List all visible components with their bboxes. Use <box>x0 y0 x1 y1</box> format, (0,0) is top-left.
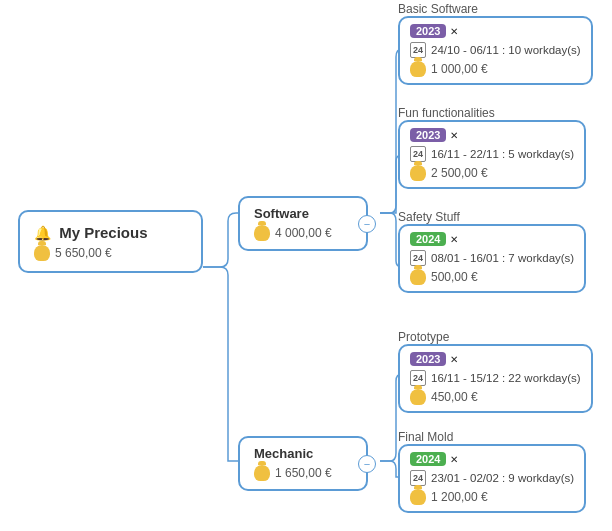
software-collapse-button[interactable]: − <box>358 215 376 233</box>
section-title-basic: Basic Software <box>398 2 478 16</box>
date-row-fun: 24 16/11 - 22/11 : 5 workday(s) <box>410 146 574 162</box>
bag-icon-safety <box>410 269 426 285</box>
leaf-cost-safety: 500,00 € <box>410 269 574 285</box>
date-text-finalmold: 23/01 - 02/02 : 9 workday(s) <box>431 472 574 484</box>
bag-icon <box>34 245 50 261</box>
bag-icon-finalmold <box>410 489 426 505</box>
calendar-icon-finalmold: 24 <box>410 470 426 486</box>
cost-text-safety: 500,00 € <box>431 270 478 284</box>
date-row-finalmold: 24 23/01 - 02/02 : 9 workday(s) <box>410 470 574 486</box>
year-tag-prototype: 2023 <box>410 352 446 366</box>
year-tag-fun: 2023 <box>410 128 446 142</box>
leaf-node-basic: 2023 ✕ 24 24/10 - 06/11 : 10 workday(s) … <box>398 16 593 85</box>
leaf-cost-basic: 1 000,00 € <box>410 61 581 77</box>
software-title: Software <box>254 206 352 221</box>
tag-close-prototype[interactable]: ✕ <box>450 354 458 365</box>
year-tag-finalmold: 2024 <box>410 452 446 466</box>
date-text-prototype: 16/11 - 15/12 : 22 workday(s) <box>431 372 581 384</box>
software-node: Software 4 000,00 € − <box>238 196 368 251</box>
bell-icon: 🔔 <box>34 225 51 241</box>
bag-icon-basic <box>410 61 426 77</box>
cost-text-fun: 2 500,00 € <box>431 166 488 180</box>
leaf-cost-fun: 2 500,00 € <box>410 165 574 181</box>
section-title-fun: Fun functionalities <box>398 106 495 120</box>
date-text-basic: 24/10 - 06/11 : 10 workday(s) <box>431 44 581 56</box>
date-row-safety: 24 08/01 - 16/01 : 7 workday(s) <box>410 250 574 266</box>
leaf-node-prototype: 2023 ✕ 24 16/11 - 15/12 : 22 workday(s) … <box>398 344 593 413</box>
mechanic-node: Mechanic 1 650,00 € − <box>238 436 368 491</box>
tag-row-basic: 2023 ✕ <box>410 24 581 38</box>
root-cost: 5 650,00 € <box>34 245 187 261</box>
cost-text-finalmold: 1 200,00 € <box>431 490 488 504</box>
date-row-prototype: 24 16/11 - 15/12 : 22 workday(s) <box>410 370 581 386</box>
year-tag-basic: 2023 <box>410 24 446 38</box>
date-text-safety: 08/01 - 16/01 : 7 workday(s) <box>431 252 574 264</box>
root-title: 🔔 My Precious <box>34 224 187 241</box>
tag-row-safety: 2024 ✕ <box>410 232 574 246</box>
section-title-finalmold: Final Mold <box>398 430 453 444</box>
software-cost: 4 000,00 € <box>254 225 352 241</box>
year-tag-safety: 2024 <box>410 232 446 246</box>
tag-close-safety[interactable]: ✕ <box>450 234 458 245</box>
bag-icon-mechanic <box>254 465 270 481</box>
mechanic-cost: 1 650,00 € <box>254 465 352 481</box>
cost-text-basic: 1 000,00 € <box>431 62 488 76</box>
leaf-cost-finalmold: 1 200,00 € <box>410 489 574 505</box>
leaf-node-fun: 2023 ✕ 24 16/11 - 22/11 : 5 workday(s) 2… <box>398 120 586 189</box>
bag-icon-prototype <box>410 389 426 405</box>
leaf-node-safety: 2024 ✕ 24 08/01 - 16/01 : 7 workday(s) 5… <box>398 224 586 293</box>
section-title-safety: Safety Stuff <box>398 210 460 224</box>
mechanic-title: Mechanic <box>254 446 352 461</box>
cost-text-prototype: 450,00 € <box>431 390 478 404</box>
leaf-node-finalmold: 2024 ✕ 24 23/01 - 02/02 : 9 workday(s) 1… <box>398 444 586 513</box>
tag-close-finalmold[interactable]: ✕ <box>450 454 458 465</box>
bag-icon-software <box>254 225 270 241</box>
calendar-icon-fun: 24 <box>410 146 426 162</box>
tag-row-prototype: 2023 ✕ <box>410 352 581 366</box>
section-title-prototype: Prototype <box>398 330 449 344</box>
tag-row-fun: 2023 ✕ <box>410 128 574 142</box>
bag-icon-fun <box>410 165 426 181</box>
mechanic-collapse-button[interactable]: − <box>358 455 376 473</box>
tag-row-finalmold: 2024 ✕ <box>410 452 574 466</box>
tag-close-basic[interactable]: ✕ <box>450 26 458 37</box>
tag-close-fun[interactable]: ✕ <box>450 130 458 141</box>
calendar-icon-prototype: 24 <box>410 370 426 386</box>
root-node: 🔔 My Precious 5 650,00 € <box>18 210 203 273</box>
leaf-cost-prototype: 450,00 € <box>410 389 581 405</box>
date-row-basic: 24 24/10 - 06/11 : 10 workday(s) <box>410 42 581 58</box>
calendar-icon-basic: 24 <box>410 42 426 58</box>
calendar-icon-safety: 24 <box>410 250 426 266</box>
date-text-fun: 16/11 - 22/11 : 5 workday(s) <box>431 148 574 160</box>
